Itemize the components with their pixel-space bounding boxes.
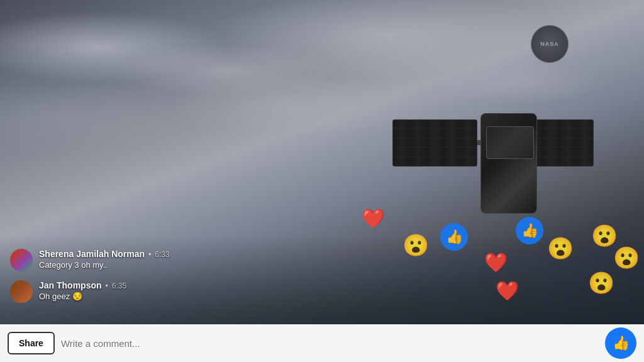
comments-overlay: Sherena Jamilah Norman•6:33Category 3 oh… [0, 243, 302, 318]
comment-avatar [10, 249, 33, 272]
nasa-logo: NASA [531, 25, 569, 63]
comment-timestamp: 6:35 [112, 282, 126, 290]
comment-separator: • [106, 282, 108, 290]
avatar-image [10, 249, 33, 272]
comment-header: Jan Thompson•6:35 [39, 280, 292, 290]
avatar-image [10, 280, 33, 303]
comment-author-name: Jan Thompson [39, 280, 102, 290]
solar-panel-left [392, 119, 477, 167]
comment-avatar [10, 280, 33, 303]
bottom-bar: Share 👍 [0, 324, 644, 362]
comment-text: Category 3 oh my.. [39, 260, 292, 270]
thumbs-up-icon: 👍 [613, 335, 630, 351]
comment-author-name: Sherena Jamilah Norman [39, 249, 145, 259]
comment-content: Sherena Jamilah Norman•6:33Category 3 oh… [39, 249, 292, 270]
satellite-body [480, 113, 537, 214]
comment-timestamp: 6:33 [155, 250, 169, 259]
comment-item: Sherena Jamilah Norman•6:33Category 3 oh… [10, 249, 292, 272]
comment-separator: • [148, 250, 151, 259]
share-button[interactable]: Share [8, 332, 55, 354]
comment-header: Sherena Jamilah Norman•6:33 [39, 249, 292, 259]
nasa-logo-text: NASA [540, 41, 559, 47]
comment-item: Jan Thompson•6:35Oh geez 😒 [10, 280, 292, 303]
satellite-visual [392, 75, 594, 251]
comment-input[interactable] [61, 331, 599, 355]
like-button[interactable]: 👍 [605, 327, 636, 359]
comment-text: Oh geez 😒 [39, 292, 292, 301]
comment-content: Jan Thompson•6:35Oh geez 😒 [39, 280, 292, 301]
